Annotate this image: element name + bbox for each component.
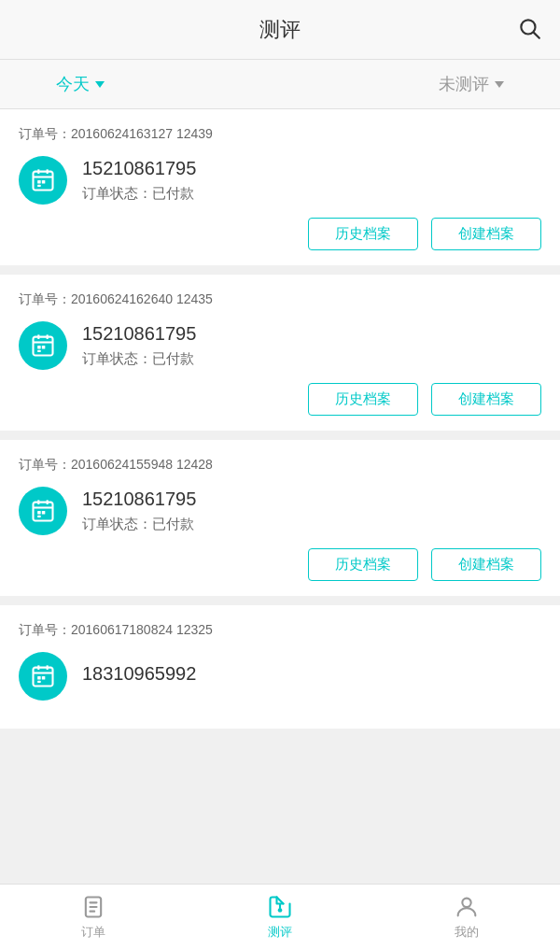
svg-rect-13 (37, 346, 41, 349)
order-icon-4 (19, 652, 67, 701)
create-btn-3[interactable]: 创建档案 (431, 548, 541, 581)
today-chevron-icon (95, 81, 105, 88)
order-info-2: 15210861795 订单状态：已付款 (82, 323, 541, 368)
order-body-4: 18310965992 (19, 652, 541, 701)
order-number-prefix-4: 订单号： (19, 622, 71, 637)
app-header: 测评 (0, 0, 560, 60)
svg-rect-29 (37, 681, 41, 683)
today-filter-label: 今天 (56, 73, 90, 95)
svg-rect-22 (37, 516, 41, 517)
order-number-1: 订单号：20160624163127 12439 (19, 126, 541, 143)
order-phone-1: 15210861795 (82, 158, 541, 179)
order-number-prefix-2: 订单号： (19, 291, 71, 306)
create-btn-1[interactable]: 创建档案 (431, 218, 541, 250)
svg-rect-28 (42, 676, 46, 680)
create-btn-2[interactable]: 创建档案 (431, 383, 541, 416)
order-body-1: 15210861795 订单状态：已付款 (19, 156, 541, 205)
order-number-3: 订单号：20160624155948 12428 (19, 457, 541, 474)
history-btn-2[interactable]: 历史档案 (308, 383, 418, 416)
order-card-4-partial: 订单号：20160617180824 12325 18310965992 (0, 605, 560, 729)
order-card-3: 订单号：20160624155948 12428 15210861795 订单状… (0, 440, 560, 596)
order-icon-2 (19, 321, 67, 370)
search-button[interactable] (517, 16, 541, 44)
content-area: 订单号：20160624163127 12439 15210861795 订单状… (0, 109, 560, 729)
order-actions-3: 历史档案 创建档案 (19, 548, 541, 581)
nav-label-mine: 我的 (455, 924, 479, 941)
order-info-3: 15210861795 订单状态：已付款 (82, 489, 541, 533)
status-chevron-icon (495, 81, 504, 88)
nav-item-mine[interactable]: 我的 (373, 885, 560, 949)
svg-rect-8 (37, 185, 41, 187)
order-number-value-2: 20160624162640 12435 (71, 291, 213, 306)
svg-rect-7 (42, 180, 46, 184)
status-filter-label: 未测评 (439, 73, 489, 95)
order-icon-1 (19, 156, 67, 205)
order-status-3: 订单状态：已付款 (82, 516, 541, 533)
status-filter[interactable]: 未测评 (439, 73, 504, 95)
order-phone-4: 18310965992 (82, 663, 541, 685)
history-btn-3[interactable]: 历史档案 (308, 548, 418, 581)
svg-rect-27 (37, 676, 41, 680)
order-card-2: 订单号：20160624162640 12435 15210861795 订单状… (0, 275, 560, 431)
nav-item-orders[interactable]: 订单 (0, 885, 187, 949)
header-title: 测评 (259, 16, 301, 44)
order-icon-3 (19, 487, 67, 535)
svg-rect-14 (42, 346, 46, 349)
bottom-nav: 订单 测评 我的 (0, 884, 560, 949)
today-filter[interactable]: 今天 (56, 73, 105, 95)
order-number-prefix-3: 订单号： (19, 457, 71, 472)
order-body-3: 15210861795 订单状态：已付款 (19, 487, 541, 535)
order-card-1: 订单号：20160624163127 12439 15210861795 订单状… (0, 109, 560, 265)
svg-point-36 (462, 898, 470, 906)
svg-rect-20 (37, 511, 41, 515)
order-body-2: 15210861795 订单状态：已付款 (19, 321, 541, 370)
order-status-2: 订单状态：已付款 (82, 350, 541, 368)
order-actions-1: 历史档案 创建档案 (19, 218, 541, 250)
order-number-2: 订单号：20160624162640 12435 (19, 291, 541, 308)
order-number-4: 订单号：20160617180824 12325 (19, 622, 541, 639)
svg-rect-15 (37, 350, 41, 352)
order-status-1: 订单状态：已付款 (82, 185, 541, 203)
svg-rect-6 (37, 180, 41, 184)
svg-line-1 (534, 32, 539, 37)
order-number-value-3: 20160624155948 12428 (71, 457, 213, 472)
nav-item-review[interactable]: 测评 (187, 885, 373, 949)
nav-label-orders: 订单 (81, 924, 105, 941)
order-info-4: 18310965992 (82, 663, 541, 690)
order-info-1: 15210861795 订单状态：已付款 (82, 158, 541, 203)
history-btn-1[interactable]: 历史档案 (308, 218, 418, 250)
order-number-value-4: 20160617180824 12325 (71, 622, 213, 637)
nav-label-review: 测评 (268, 924, 292, 941)
svg-rect-21 (42, 511, 46, 515)
order-number-value-1: 20160624163127 12439 (71, 126, 213, 141)
filter-bar: 今天 未测评 (0, 60, 560, 109)
order-phone-3: 15210861795 (82, 489, 541, 510)
order-phone-2: 15210861795 (82, 323, 541, 345)
order-number-prefix-1: 订单号： (19, 126, 71, 141)
order-actions-2: 历史档案 创建档案 (19, 383, 541, 416)
